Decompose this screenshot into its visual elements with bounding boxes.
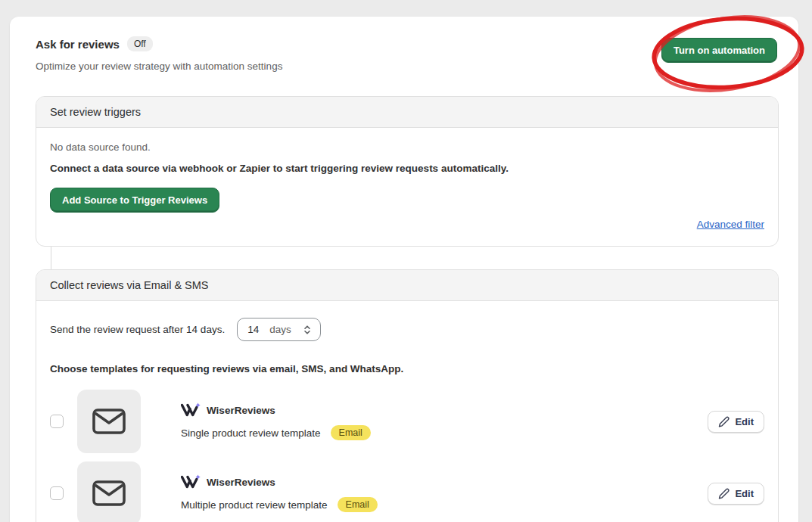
template-name: Single product review template	[181, 427, 321, 439]
template-info: WiserReviews Single product review templ…	[181, 402, 371, 440]
brand-name: WiserReviews	[207, 405, 275, 416]
edit-button-label: Edit	[735, 488, 754, 499]
set-review-triggers-body: No data source found. Connect a data sou…	[36, 128, 778, 246]
up-down-caret-icon	[302, 324, 313, 336]
brand-name: WiserReviews	[207, 477, 275, 488]
delay-row: Send the review request after 14 days. 1…	[50, 318, 764, 341]
page-subtitle: Optimize your review strategy with autom…	[36, 61, 282, 72]
templates-heading: Choose templates for requesting reviews …	[50, 363, 764, 374]
set-review-triggers-card: Set review triggers No data source found…	[36, 96, 779, 247]
edit-button-label: Edit	[735, 416, 754, 427]
collect-reviews-body: Send the review request after 14 days. 1…	[36, 301, 778, 522]
wiserreviews-logo-icon	[181, 402, 201, 418]
automation-settings-panel: Ask for reviews Off Optimize your review…	[10, 17, 798, 522]
template-row-single-product: WiserReviews Single product review templ…	[50, 390, 764, 453]
wiserreviews-logo-icon	[181, 474, 201, 489]
envelope-icon	[92, 480, 126, 507]
add-source-button[interactable]: Add Source to Trigger Reviews	[50, 188, 219, 213]
delay-unit-label: days	[269, 324, 291, 335]
delay-sentence: Send the review request after 14 days.	[50, 324, 225, 335]
turn-on-automation-button[interactable]: Turn on automation	[661, 38, 777, 63]
template-checkbox[interactable]	[50, 415, 64, 428]
delay-select[interactable]: 14 days	[237, 318, 321, 341]
pencil-icon	[718, 416, 730, 427]
page-header: Ask for reviews Off Optimize your review…	[36, 36, 779, 72]
template-checkbox[interactable]	[50, 486, 64, 500]
pencil-icon	[718, 488, 730, 499]
set-review-triggers-title: Set review triggers	[36, 97, 778, 128]
template-thumbnail[interactable]	[77, 461, 141, 522]
template-info: WiserReviews Multiple product review tem…	[181, 474, 378, 512]
advanced-filter-link[interactable]: Advanced filter	[697, 219, 764, 230]
channel-badge: Email	[338, 497, 378, 512]
page-title: Ask for reviews	[36, 38, 120, 51]
connect-data-source-text: Connect a data source via webhook or Zap…	[50, 163, 764, 174]
template-name: Multiple product review template	[181, 499, 328, 511]
channel-badge: Email	[331, 425, 371, 440]
template-row-multiple-product: WiserReviews Multiple product review tem…	[50, 461, 764, 522]
card-connector-line	[51, 247, 51, 269]
collect-reviews-title: Collect reviews via Email & SMS	[36, 270, 778, 301]
edit-template-button[interactable]: Edit	[708, 483, 764, 505]
template-thumbnail[interactable]	[77, 390, 141, 453]
delay-value: 14	[247, 324, 259, 335]
no-data-source-text: No data source found.	[50, 141, 764, 153]
collect-reviews-card: Collect reviews via Email & SMS Send the…	[36, 269, 779, 522]
page-header-text: Ask for reviews Off Optimize your review…	[36, 36, 282, 72]
envelope-icon	[92, 408, 126, 435]
status-badge: Off	[127, 36, 153, 51]
edit-template-button[interactable]: Edit	[708, 411, 764, 433]
